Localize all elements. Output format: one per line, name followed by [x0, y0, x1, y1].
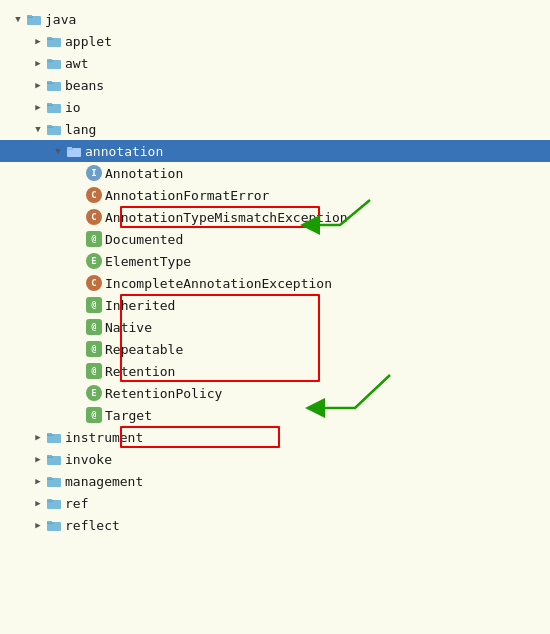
- tree-item-Retention[interactable]: @Retention: [0, 360, 550, 382]
- item-label-AnnotationFormatError: AnnotationFormatError: [105, 188, 269, 203]
- item-label-Target: Target: [105, 408, 152, 423]
- item-label-Native: Native: [105, 320, 152, 335]
- tree-arrow-lang[interactable]: [30, 121, 46, 137]
- item-label-io: io: [65, 100, 81, 115]
- tree-item-Documented[interactable]: @Documented: [0, 228, 550, 250]
- svg-rect-2: [27, 15, 32, 17]
- item-label-Repeatable: Repeatable: [105, 342, 183, 357]
- tree-item-AnnotationTypeMismatchException[interactable]: CAnnotationTypeMismatchException: [0, 206, 550, 228]
- tree-arrow-invoke[interactable]: [30, 451, 46, 467]
- tree-item-Inherited[interactable]: @Inherited: [0, 294, 550, 316]
- tree-item-io[interactable]: io: [0, 96, 550, 118]
- svg-rect-17: [47, 125, 52, 127]
- item-label-management: management: [65, 474, 143, 489]
- folder-icon-applet: [46, 33, 62, 49]
- svg-rect-23: [47, 433, 52, 435]
- svg-rect-29: [47, 477, 52, 479]
- tree-arrow-annotation[interactable]: [50, 143, 66, 159]
- folder-icon-ref: [46, 495, 62, 511]
- item-label-AnnotationTypeMismatchException: AnnotationTypeMismatchException: [105, 210, 348, 225]
- svg-rect-26: [47, 455, 52, 457]
- tree-item-Annotation[interactable]: IAnnotation: [0, 162, 550, 184]
- tree-arrow-ref[interactable]: [30, 495, 46, 511]
- folder-icon-beans: [46, 77, 62, 93]
- tree-arrow-beans[interactable]: [30, 77, 46, 93]
- item-label-Annotation: Annotation: [105, 166, 183, 181]
- item-label-Retention: Retention: [105, 364, 175, 379]
- svg-rect-8: [47, 59, 52, 61]
- tree-arrow-java[interactable]: [10, 11, 26, 27]
- item-label-ref: ref: [65, 496, 88, 511]
- folder-icon-lang: [46, 121, 62, 137]
- tree-item-applet[interactable]: applet: [0, 30, 550, 52]
- tree-item-ElementType[interactable]: EElementType: [0, 250, 550, 272]
- item-label-lang: lang: [65, 122, 96, 137]
- item-label-reflect: reflect: [65, 518, 120, 533]
- tree-item-beans[interactable]: beans: [0, 74, 550, 96]
- tree-arrow-io[interactable]: [30, 99, 46, 115]
- folder-icon-io: [46, 99, 62, 115]
- tree-item-java[interactable]: java: [0, 8, 550, 30]
- item-label-beans: beans: [65, 78, 104, 93]
- svg-rect-14: [47, 103, 52, 105]
- folder-icon-annotation: [66, 143, 82, 159]
- tree-item-invoke[interactable]: invoke: [0, 448, 550, 470]
- folder-icon-instrument: [46, 429, 62, 445]
- svg-rect-5: [47, 37, 52, 39]
- tree-item-Repeatable[interactable]: @Repeatable: [0, 338, 550, 360]
- item-label-java: java: [45, 12, 76, 27]
- tree-arrow-awt[interactable]: [30, 55, 46, 71]
- item-label-annotation: annotation: [85, 144, 163, 159]
- item-label-invoke: invoke: [65, 452, 112, 467]
- tree-arrow-instrument[interactable]: [30, 429, 46, 445]
- tree-item-IncompleteAnnotationException[interactable]: CIncompleteAnnotationException: [0, 272, 550, 294]
- folder-icon-java: [26, 11, 42, 27]
- folder-icon-awt: [46, 55, 62, 71]
- tree-item-annotation[interactable]: annotation: [0, 140, 550, 162]
- tree-item-AnnotationFormatError[interactable]: CAnnotationFormatError: [0, 184, 550, 206]
- svg-rect-35: [47, 521, 52, 523]
- item-label-instrument: instrument: [65, 430, 143, 445]
- item-label-applet: applet: [65, 34, 112, 49]
- item-label-Inherited: Inherited: [105, 298, 175, 313]
- item-label-RetentionPolicy: RetentionPolicy: [105, 386, 222, 401]
- tree-item-ref[interactable]: ref: [0, 492, 550, 514]
- folder-icon-management: [46, 473, 62, 489]
- tree-item-RetentionPolicy[interactable]: ERetentionPolicy: [0, 382, 550, 404]
- tree-item-instrument[interactable]: instrument: [0, 426, 550, 448]
- tree-item-awt[interactable]: awt: [0, 52, 550, 74]
- svg-rect-32: [47, 499, 52, 501]
- svg-rect-11: [47, 81, 52, 83]
- folder-icon-reflect: [46, 517, 62, 533]
- item-label-Documented: Documented: [105, 232, 183, 247]
- tree-arrow-applet[interactable]: [30, 33, 46, 49]
- tree-item-lang[interactable]: lang: [0, 118, 550, 140]
- item-label-IncompleteAnnotationException: IncompleteAnnotationException: [105, 276, 332, 291]
- tree-arrow-management[interactable]: [30, 473, 46, 489]
- folder-icon-invoke: [46, 451, 62, 467]
- item-label-awt: awt: [65, 56, 88, 71]
- svg-rect-20: [67, 147, 72, 149]
- tree-item-Target[interactable]: @Target: [0, 404, 550, 426]
- tree-item-Native[interactable]: @Native: [0, 316, 550, 338]
- tree-item-management[interactable]: management: [0, 470, 550, 492]
- tree-arrow-reflect[interactable]: [30, 517, 46, 533]
- tree-item-reflect[interactable]: reflect: [0, 514, 550, 536]
- item-label-ElementType: ElementType: [105, 254, 191, 269]
